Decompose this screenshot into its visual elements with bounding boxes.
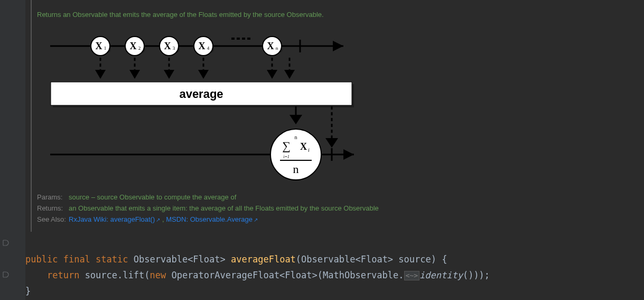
- keyword-return: return: [47, 270, 79, 280]
- svg-text:n: n: [293, 162, 299, 176]
- marble-x2: X 2: [125, 37, 145, 56]
- svg-text:n: n: [295, 134, 297, 140]
- returns-label: Returns:: [37, 204, 69, 213]
- external-link-icon: ↗: [254, 217, 258, 223]
- svg-text:i=1: i=1: [283, 154, 290, 159]
- svg-text:X: X: [300, 141, 307, 152]
- javadoc-panel: Returns an Observable that emits the ave…: [31, 0, 617, 232]
- marble-x1: X 1: [91, 37, 111, 56]
- marble-x4: X 4: [194, 37, 214, 56]
- javadoc-summary: Returns an Observable that emits the ave…: [37, 11, 617, 19]
- editor-gutter: [0, 0, 25, 300]
- return-type: Observable<Float>: [134, 254, 226, 265]
- svg-marker-30: [129, 70, 140, 79]
- svg-text:X: X: [164, 41, 171, 51]
- svg-text:n: n: [276, 46, 278, 51]
- svg-text:1: 1: [104, 46, 107, 51]
- params-value: source – source Observable to compute th…: [69, 193, 236, 202]
- returns-value: an Observable that emits a single item: …: [69, 204, 379, 213]
- svg-text:3: 3: [173, 46, 175, 51]
- svg-text:∑: ∑: [282, 139, 291, 152]
- svg-marker-32: [164, 70, 174, 79]
- seealso-link-msdn[interactable]: MSDN: Observable.Average: [166, 215, 253, 223]
- svg-rect-6: [247, 38, 250, 40]
- folded-region[interactable]: <~>: [404, 271, 419, 280]
- keyword-public: public: [25, 254, 58, 265]
- marble-diagram: X 1 X 2 X 3 X 4: [48, 25, 354, 184]
- svg-marker-36: [267, 70, 277, 79]
- seealso-link-rxjava[interactable]: RxJava Wiki: averageFloat(): [69, 215, 155, 223]
- svg-marker-1: [333, 41, 343, 51]
- marble-xn: X n: [263, 37, 283, 56]
- svg-rect-5: [242, 38, 245, 40]
- svg-text:2: 2: [138, 46, 141, 51]
- down-arrows-top: [95, 58, 295, 79]
- gutter-icon: [2, 239, 10, 247]
- svg-marker-38: [284, 70, 295, 79]
- keyword-new: new: [150, 270, 166, 280]
- svg-text:X: X: [96, 41, 102, 51]
- param-name: source: [398, 254, 431, 265]
- svg-text:X: X: [267, 41, 274, 51]
- code-block[interactable]: public final static Observable<Float> av…: [25, 235, 490, 299]
- svg-rect-3: [231, 38, 235, 40]
- svg-text:4: 4: [207, 46, 210, 51]
- svg-text:X: X: [130, 41, 137, 51]
- keyword-final: final: [63, 254, 90, 265]
- svg-marker-28: [95, 70, 106, 79]
- gutter-icon: [2, 271, 10, 278]
- params-label: Params:: [37, 193, 69, 202]
- svg-marker-34: [198, 70, 209, 79]
- seealso-label: See Also:: [37, 215, 69, 224]
- marble-x3: X 3: [160, 37, 180, 56]
- svg-marker-42: [290, 115, 302, 124]
- method-name: averageFloat: [231, 254, 296, 265]
- svg-marker-46: [343, 149, 354, 160]
- svg-text:X: X: [199, 41, 206, 51]
- param-type: Observable<Float>: [301, 254, 393, 265]
- svg-marker-44: [325, 138, 338, 148]
- seealso-value: RxJava Wiki: averageFloat()↗ , MSDN: Obs…: [69, 215, 258, 224]
- svg-text:i: i: [308, 147, 310, 153]
- javadoc-tags: Params: source – source Observable to co…: [37, 193, 617, 224]
- svg-rect-4: [237, 38, 240, 40]
- operator-label: average: [179, 87, 223, 101]
- keyword-static: static: [96, 254, 128, 265]
- identity-call: identity: [419, 270, 463, 280]
- result-marble: n ∑ i=1 X i n: [270, 129, 321, 180]
